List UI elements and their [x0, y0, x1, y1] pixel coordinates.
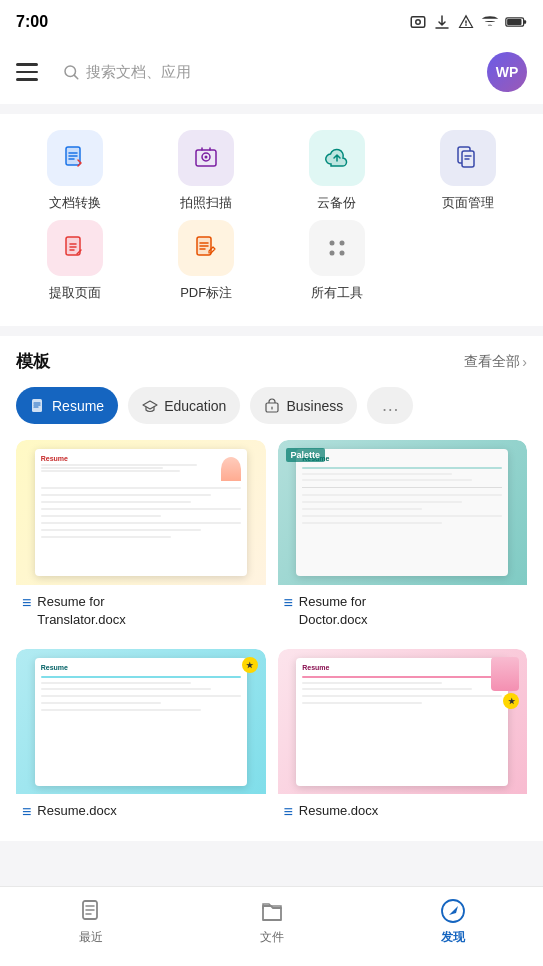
tool-extract-page[interactable]: 提取页面	[20, 220, 130, 302]
menu-line-3	[16, 78, 38, 81]
resume-inner-0: Resume	[35, 449, 247, 577]
nav-label-discover: 发现	[441, 929, 465, 946]
tab-more-label: …	[381, 395, 399, 416]
nav-label-recent: 最近	[79, 929, 103, 946]
photo-scan-icon	[192, 144, 220, 172]
template-info-0: ≡ Resume for Translator.docx	[16, 585, 266, 637]
tool-page-manage[interactable]: 页面管理	[413, 130, 523, 212]
premium-badge-3: ★	[503, 693, 519, 709]
battery-icon	[505, 16, 527, 28]
warning-icon	[457, 13, 475, 31]
template-thumb-1: Palette Resume	[278, 440, 528, 585]
all-tools-icon-wrap	[309, 220, 365, 276]
tool-photo-scan[interactable]: 拍照扫描	[151, 130, 261, 212]
page-manage-label: 页面管理	[442, 194, 494, 212]
doc-convert-label: 文档转换	[49, 194, 101, 212]
page-manage-icon-wrap	[440, 130, 496, 186]
extract-page-icon	[61, 234, 89, 262]
template-name-0: Resume for Translator.docx	[37, 593, 125, 629]
photo-icon	[409, 13, 427, 31]
svg-point-15	[329, 241, 334, 246]
doc-convert-icon	[61, 144, 89, 172]
template-name-3: Resume.docx	[299, 802, 378, 820]
tab-resume-label: Resume	[52, 398, 104, 414]
search-input-area[interactable]: 搜索文档、应用	[62, 63, 191, 82]
template-doc-icon-0: ≡	[22, 594, 31, 612]
search-placeholder: 搜索文档、应用	[86, 63, 191, 82]
svg-point-16	[339, 241, 344, 246]
template-info-3: ≡ Resume.docx	[278, 794, 528, 829]
template-doc-icon-1: ≡	[284, 594, 293, 612]
menu-button[interactable]	[16, 54, 52, 90]
svg-point-18	[339, 251, 344, 256]
tab-education[interactable]: Education	[128, 387, 240, 424]
nav-icon-recent	[77, 897, 105, 925]
template-thumb-3: Resume ★	[278, 649, 528, 794]
template-thumb-0: Resume	[16, 440, 266, 585]
resume-inner-1: Resume	[296, 449, 508, 577]
template-name-2: Resume.docx	[37, 802, 116, 820]
template-card-0[interactable]: Resume	[16, 440, 266, 637]
pdf-note-label: PDF标注	[180, 284, 232, 302]
template-doc-icon-2: ≡	[22, 803, 31, 821]
templates-grid: Resume	[16, 436, 527, 841]
nav-label-files: 文件	[260, 929, 284, 946]
section-header: 模板 查看全部 ›	[16, 350, 527, 373]
download-icon	[433, 13, 451, 31]
search-left: 搜索文档、应用	[16, 54, 191, 90]
view-all-button[interactable]: 查看全部 ›	[464, 353, 527, 371]
tab-education-label: Education	[164, 398, 226, 414]
pdf-note-icon	[192, 234, 220, 262]
template-name-1: Resume for Doctor.docx	[299, 593, 368, 629]
template-card-1[interactable]: Palette Resume ≡ Resume for Doctor.docx	[278, 440, 528, 637]
user-avatar[interactable]: WP	[487, 52, 527, 92]
wifi-icon	[481, 13, 499, 31]
menu-line-2	[16, 71, 38, 74]
template-card-2[interactable]: Resume ★ ≡ Resume.docx	[16, 649, 266, 829]
menu-line-1	[16, 63, 38, 66]
tab-more[interactable]: …	[367, 387, 413, 424]
svg-point-17	[329, 251, 334, 256]
tab-business[interactable]: Business	[250, 387, 357, 424]
tool-doc-convert[interactable]: 文档转换	[20, 130, 130, 212]
template-card-3[interactable]: Resume ★ ≡ Resume.docx	[278, 649, 528, 829]
svg-rect-3	[524, 20, 527, 23]
category-tabs: Resume Education Business …	[16, 387, 527, 436]
search-bar: 搜索文档、应用 WP	[0, 44, 543, 104]
avatar-text: WP	[496, 64, 519, 80]
section-title: 模板	[16, 350, 50, 373]
extract-page-icon-wrap	[47, 220, 103, 276]
nav-item-recent[interactable]: 最近	[51, 897, 131, 946]
cloud-backup-label: 云备份	[317, 194, 356, 212]
template-doc-icon-3: ≡	[284, 803, 293, 821]
tool-cloud-backup[interactable]: 云备份	[282, 130, 392, 212]
nav-item-files[interactable]: 文件	[232, 897, 312, 946]
tab-resume[interactable]: Resume	[16, 387, 118, 424]
tools-row-2: 提取页面 PDF标注 所有工具	[0, 220, 543, 302]
view-all-label: 查看全部	[464, 353, 520, 371]
nav-icon-discover	[439, 897, 467, 925]
tool-all-tools[interactable]: 所有工具	[282, 220, 392, 302]
page-manage-icon	[454, 144, 482, 172]
education-tab-icon	[142, 398, 158, 414]
extract-page-label: 提取页面	[49, 284, 101, 302]
business-tab-icon	[264, 398, 280, 414]
pdf-note-icon-wrap	[178, 220, 234, 276]
premium-badge-2: ★	[242, 657, 258, 673]
svg-point-10	[205, 156, 208, 159]
resume-tab-icon	[30, 398, 46, 414]
cloud-backup-icon-wrap	[309, 130, 365, 186]
template-info-2: ≡ Resume.docx	[16, 794, 266, 829]
resume-inner-2: Resume	[35, 658, 247, 786]
search-icon	[62, 63, 80, 81]
nav-item-discover[interactable]: 发现	[413, 897, 493, 946]
svg-point-1	[416, 20, 421, 25]
tab-business-label: Business	[286, 398, 343, 414]
nav-icon-files	[258, 897, 286, 925]
doc-convert-icon-wrap	[47, 130, 103, 186]
svg-rect-4	[507, 19, 521, 25]
cloud-backup-icon	[323, 144, 351, 172]
template-thumb-2: Resume ★	[16, 649, 266, 794]
tool-pdf-note[interactable]: PDF标注	[151, 220, 261, 302]
template-info-1: ≡ Resume for Doctor.docx	[278, 585, 528, 637]
